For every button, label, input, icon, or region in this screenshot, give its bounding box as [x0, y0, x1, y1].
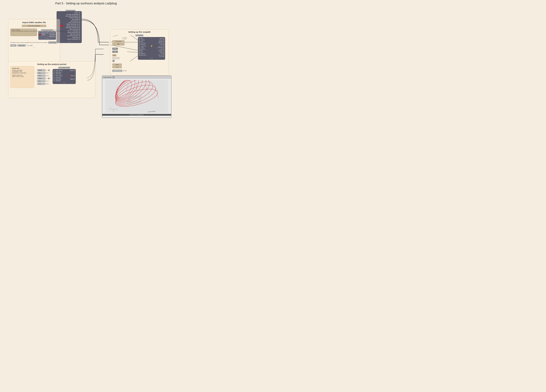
epw-port-drybulb: dry_bulb_temperature: [57, 14, 81, 15]
center-pt-indicator: [151, 45, 152, 47]
true-north-label: True North: [112, 40, 124, 43]
point-label: Point: [112, 54, 116, 56]
in-relation-label: In relationto y-axis: [112, 37, 137, 39]
true-north-value[interactable]: 60: [112, 43, 124, 45]
bitmap-icon: [112, 76, 115, 78]
relay-1[interactable]: Relay: [112, 48, 118, 50]
analysis-period-title: Setting up the analysis period: [10, 63, 93, 65]
lb-epwmap-label: LB EPWmap: [48, 41, 57, 44]
svg-text:Z: Z: [113, 111, 114, 112]
sunpath-title: Setting up the sunpath: [112, 31, 167, 33]
epw-map-input[interactable]: _epw_map: [17, 44, 26, 47]
smart-bitmap-panel: Smart Bitmap Y Z X: [102, 76, 171, 118]
x-close-icon[interactable]: ✕: [112, 60, 115, 62]
start-hour-slider[interactable]: Hour: [37, 75, 46, 77]
analysis-sliders: Month ◇ 6 Day 21 ◇ Hour 15 ◇ Month ◇ 9: [37, 66, 50, 88]
svg-text:X: X: [117, 109, 117, 110]
search-icon: 🔍: [27, 44, 29, 46]
sunpath-type-btn[interactable]: Sunpath Type: [112, 70, 122, 72]
smart-bitmap-label: Smart Bitmap: [103, 77, 112, 78]
analysis-period-section: Setting up the analysis period Specify t…: [8, 61, 95, 98]
sunpath-node: north_ report _location vectors hoys_ al…: [138, 37, 165, 60]
epw-url-label: EPW URL Amsterdam: [22, 25, 46, 27]
end-month-error-icon: ✱✱: [68, 75, 70, 76]
import-ewg-title: Import EWG weather file: [10, 21, 58, 24]
bitmap-footer: (500x300) Format32bppArgb: [102, 114, 171, 116]
start-day-slider[interactable]: Day: [37, 72, 46, 74]
scale-label: Scale: [112, 63, 122, 66]
start-month-slider[interactable]: Month: [37, 69, 46, 71]
button-btn[interactable]: Button: [10, 44, 16, 47]
lb-analysis-period-label: LB Analysis Period: [58, 67, 70, 69]
relay-2[interactable]: Relay: [112, 51, 118, 53]
analysis-period-node: _start_month_ period _start_day_ _start_…: [52, 69, 76, 84]
true-north-container: True North 60: [112, 40, 137, 45]
end-month-slider[interactable]: Month: [37, 77, 46, 80]
report-output: report: [29, 45, 33, 46]
centre-label: Centre point oflowered garden: [112, 57, 120, 59]
epwmap-note: If weather file does not work copy EWP U…: [10, 41, 58, 44]
epw-node: location dry_bulb_temperature dew_point_…: [57, 11, 82, 43]
sunpath-section: Setting up the sunpath LB SunPath In rel…: [110, 29, 169, 76]
scale-container: Scale 0.5: [112, 63, 137, 68]
end-hour-slider[interactable]: Hour: [37, 83, 46, 85]
page-title: Part 5 - Setting-up sunhours analysis La…: [0, 0, 172, 6]
epw-port-location: location: [57, 12, 81, 13]
url-value[interactable]: https://energyplus-weather.s3.amazonaws.…: [10, 29, 37, 36]
sunpath-visualization: Y Z X: [105, 80, 168, 113]
download-icon: [39, 34, 41, 36]
download-weather-node: _weather_URL epw_file _folder_ stat_file…: [38, 32, 56, 40]
end-day-slider[interactable]: Day: [37, 80, 46, 82]
lb-download-label: LB Download Weather: [41, 29, 53, 31]
dropdown-icon: ▼: [125, 70, 127, 72]
scale-value[interactable]: 0.5: [112, 66, 122, 68]
bitmap-header: Smart Bitmap: [102, 76, 171, 79]
svg-text:Y: Y: [110, 109, 110, 110]
sunpath-type: Sunpath Type 3D ▼: [112, 70, 137, 72]
bitmap-content: Y Z X: [102, 79, 171, 114]
analysis-period-info: Specify time Typical used dates: 21 of M…: [10, 66, 34, 88]
lb-sunpath-label: LB SunPath: [135, 34, 143, 36]
